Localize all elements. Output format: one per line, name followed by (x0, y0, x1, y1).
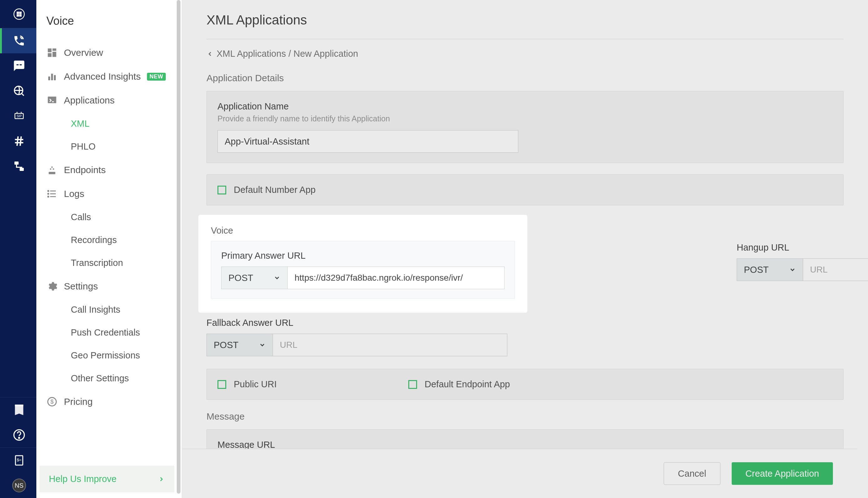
nav-label: Calls (71, 212, 91, 222)
nav-item-call-insights[interactable]: Call Insights (36, 298, 182, 321)
nav-item-push-credentials[interactable]: Push Credentials (36, 321, 182, 344)
input-fallback-url[interactable] (273, 334, 507, 356)
checkbox-public-uri[interactable] (217, 380, 226, 389)
chart-icon (46, 71, 58, 82)
select-primary-method[interactable]: POST (221, 266, 288, 289)
cancel-button[interactable]: Cancel (664, 462, 720, 485)
label-application-name: Application Name (217, 101, 832, 112)
nav-item-settings[interactable]: Settings (36, 274, 182, 298)
svg-rect-22 (48, 49, 52, 52)
nav-item-xml[interactable]: XML (36, 112, 182, 135)
svg-rect-27 (51, 74, 53, 80)
svg-rect-28 (54, 75, 56, 81)
rail-item-help[interactable] (0, 422, 36, 447)
help-improve-label: Help Us Improve (49, 474, 117, 484)
chevron-down-icon (789, 266, 796, 273)
svg-point-34 (51, 167, 53, 168)
dollar-icon: $ (46, 396, 58, 407)
nav-item-geo-permissions[interactable]: Geo Permissions (36, 344, 182, 367)
rail-item-billing[interactable]: $= (0, 448, 36, 473)
cancel-label: Cancel (678, 469, 706, 479)
input-hangup-url[interactable] (803, 259, 868, 281)
nav-item-endpoints[interactable]: Endpoints (36, 158, 182, 182)
nav-item-insights[interactable]: Advanced Insights NEW (36, 65, 182, 89)
sidebar: Voice Overview Advanced Insights NEW App… (36, 0, 182, 498)
select-fallback-method-value: POST (214, 340, 239, 350)
nav-label: Logs (64, 188, 84, 199)
gear-icon (46, 281, 58, 292)
help-icon (13, 429, 25, 441)
svg-text:SIP: SIP (17, 115, 22, 118)
chevron-left-icon (206, 51, 213, 57)
input-primary-url[interactable] (288, 266, 504, 289)
section-message: Message (206, 411, 843, 422)
svg-point-33 (53, 168, 54, 170)
terminal-icon (46, 95, 58, 106)
voice-highlight-block: Voice Primary Answer URL POST (200, 217, 526, 311)
new-badge: NEW (147, 73, 166, 81)
rail-item-home[interactable] (0, 0, 36, 28)
book-icon (13, 404, 25, 416)
label-default-endpoint: Default Endpoint App (424, 379, 510, 390)
nav-item-applications[interactable]: Applications (36, 89, 182, 112)
card-hangup: Hangup URL POST (737, 243, 868, 281)
rail-item-sip[interactable]: SIP (0, 104, 36, 129)
nav-item-pricing[interactable]: $ Pricing (36, 390, 182, 414)
rail-item-account[interactable]: NS (0, 473, 36, 498)
rail-item-messaging[interactable] (0, 53, 36, 78)
svg-text:$: $ (51, 398, 54, 405)
chevron-right-icon (158, 476, 165, 483)
svg-point-19 (18, 437, 19, 438)
label-public-uri: Public URI (234, 379, 277, 390)
input-application-name[interactable] (217, 130, 518, 153)
svg-rect-24 (53, 52, 56, 57)
checkbox-default-number[interactable] (217, 186, 226, 194)
select-hangup-method[interactable]: POST (737, 259, 803, 281)
create-application-button[interactable]: Create Application (732, 462, 833, 485)
nav-item-transcription[interactable]: Transcription (36, 251, 182, 274)
nav-label: Overview (64, 47, 103, 58)
breadcrumb[interactable]: XML Applications / New Application (206, 39, 843, 73)
chevron-down-icon (274, 274, 281, 281)
cloud-grid-icon (13, 8, 25, 21)
nav-label: Advanced Insights (64, 71, 141, 82)
svg-point-40 (48, 196, 49, 197)
nav-item-overview[interactable]: Overview (36, 41, 182, 65)
scrollbar[interactable] (177, 0, 180, 494)
select-fallback-method[interactable]: POST (206, 334, 273, 356)
svg-point-0 (14, 9, 24, 19)
avatar-initials: NS (15, 482, 24, 489)
svg-rect-2 (20, 12, 21, 13)
svg-rect-25 (48, 53, 52, 57)
svg-rect-3 (17, 14, 18, 16)
svg-rect-31 (49, 172, 55, 174)
hash-icon (13, 135, 25, 147)
dashboard-icon (46, 47, 58, 58)
rail-item-lookup[interactable] (0, 78, 36, 104)
nav-item-calls[interactable]: Calls (36, 206, 182, 228)
rail-item-docs[interactable] (0, 397, 36, 422)
nav-label: Recordings (71, 235, 117, 245)
help-improve-button[interactable]: Help Us Improve (40, 466, 174, 492)
nav-item-other-settings[interactable]: Other Settings (36, 367, 182, 390)
nav-label: Call Insights (71, 304, 120, 315)
nav-item-logs[interactable]: Logs (36, 182, 182, 206)
icon-rail: SIP $= NS (0, 0, 36, 498)
breadcrumb-text: XML Applications / New Application (217, 49, 358, 59)
svg-rect-17 (20, 168, 24, 171)
nav-label: Settings (64, 281, 98, 292)
svg-point-39 (48, 194, 49, 194)
list-icon (46, 188, 58, 199)
rail-item-voice[interactable] (0, 28, 36, 53)
nav-item-recordings[interactable]: Recordings (36, 228, 182, 251)
rail-item-numbers[interactable] (0, 129, 36, 154)
rail-item-zentrunk[interactable] (0, 154, 36, 179)
nav-label: Geo Permissions (71, 350, 140, 361)
section-voice: Voice (211, 225, 515, 236)
checkbox-default-endpoint[interactable] (408, 380, 417, 389)
chevron-down-icon (259, 341, 266, 349)
create-label: Create Application (745, 469, 819, 479)
nav-item-phlo[interactable]: PHLO (36, 135, 182, 158)
label-primary-answer: Primary Answer URL (221, 251, 504, 261)
nav-label: Other Settings (71, 373, 129, 383)
